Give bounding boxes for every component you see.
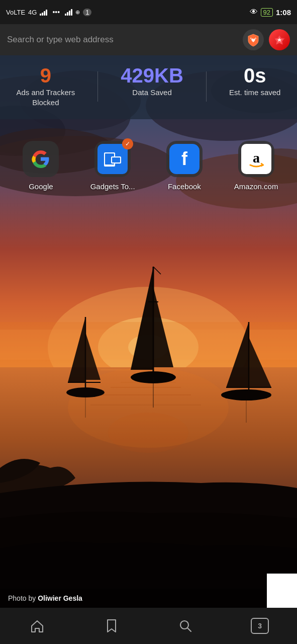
eye-icon: 👁 (250, 8, 258, 17)
search-icon (178, 619, 192, 633)
white-partial-card (267, 574, 297, 608)
search-input-wrapper[interactable]: Search or type web address (7, 35, 238, 45)
data-saved-label: Data Saved (132, 88, 171, 98)
main-content: 9 Ads and TrackersBlocked 429KB Data Sav… (0, 55, 297, 608)
stat-divider-1 (97, 71, 98, 102)
status-left: VoLTE 4G ••• ⊕ 1 (6, 8, 91, 16)
gadgets-svg-icon (100, 146, 125, 172)
ads-blocked-stat: 9 Ads and TrackersBlocked (17, 65, 75, 107)
svg-rect-44 (112, 157, 120, 163)
shortcuts-row: Google ✓ Gadgets T (0, 136, 297, 196)
photo-credit-author: Oliwier Gesla (38, 594, 82, 602)
wifi-bar-4 (71, 9, 72, 16)
badge-check-icon: ✓ (125, 140, 130, 147)
signal-bar-3 (44, 11, 45, 16)
nav-home-button[interactable] (22, 611, 52, 641)
signal-bar-1 (40, 14, 41, 16)
google-shortcut[interactable]: Google (13, 141, 68, 191)
amazon-svg-icon: a (243, 146, 269, 172)
svg-line-49 (187, 628, 191, 631)
data-saved-value: 429KB (121, 65, 183, 86)
tabs-count-badge[interactable]: 3 (251, 618, 269, 634)
stats-panel: 9 Ads and TrackersBlocked 429KB Data Sav… (0, 55, 297, 119)
stat-divider-2 (206, 71, 207, 102)
photo-credit-prefix: Photo by (8, 594, 38, 602)
nav-bookmarks-button[interactable] (96, 611, 127, 641)
amazon-icon-wrapper[interactable]: a (238, 141, 274, 177)
amazon-app-icon: a (241, 144, 271, 174)
gadgets-notification-badge: ✓ (122, 138, 133, 149)
svg-point-26 (108, 413, 188, 453)
facebook-app-icon: f (169, 144, 200, 174)
facebook-shortcut[interactable]: f Facebook (157, 141, 212, 191)
svg-text:a: a (253, 150, 260, 166)
time-saved-label: Est. time saved (229, 88, 281, 98)
amazon-label: Amazon.com (234, 182, 278, 191)
google-logo-icon (30, 148, 52, 170)
signal-bar-4 (46, 10, 47, 16)
tabs-count: 3 (258, 622, 262, 630)
gadgets-label: Gadgets To... (90, 182, 135, 191)
wifi-bars (65, 9, 72, 16)
status-right: 👁 92 1:08 (250, 8, 291, 17)
ads-blocked-value: 9 (40, 65, 51, 86)
bottom-nav: 3 (0, 608, 297, 644)
gadgets-app-icon (97, 144, 128, 174)
signal-bars (40, 9, 47, 16)
svg-rect-45 (107, 166, 110, 167)
time-display: 1:08 (276, 8, 291, 17)
search-bar[interactable]: Search or type web address (0, 24, 297, 55)
wifi-bar-3 (69, 11, 70, 16)
search-placeholder: Search or type web address (7, 35, 114, 45)
data-saved-stat: 429KB Data Saved (121, 65, 183, 98)
photo-credit: Photo by Oliwier Gesla (0, 589, 297, 608)
time-saved-stat: 0s Est. time saved (229, 65, 281, 98)
gadgets-icon-wrapper[interactable]: ✓ (94, 141, 131, 177)
photo-credit-text: Photo by Oliwier Gesla (8, 594, 82, 602)
google-label: Google (29, 182, 53, 191)
signal-bar-2 (42, 13, 43, 16)
gadgets-shortcut[interactable]: ✓ Gadgets To... (85, 141, 140, 191)
network-type: 4G (28, 9, 37, 16)
bookmarks-icon (106, 619, 118, 633)
nav-tabs-button[interactable]: 3 (245, 611, 275, 641)
amazon-shortcut[interactable]: a Amazon.com (229, 141, 284, 191)
brave-lion-icon (246, 33, 260, 47)
facebook-label: Facebook (168, 182, 201, 191)
home-icon (30, 619, 44, 633)
ads-blocked-label: Ads and TrackersBlocked (17, 88, 75, 107)
wifi-bar-1 (65, 14, 66, 16)
status-bar: VoLTE 4G ••• ⊕ 1 👁 92 1:08 (0, 0, 297, 24)
brave-rewards-button[interactable] (269, 29, 290, 50)
notification-badge: 1 (83, 9, 91, 16)
battery-level: 92 (261, 8, 273, 17)
nav-search-button[interactable] (170, 611, 201, 641)
brave-shields-button[interactable] (243, 29, 264, 50)
wifi-bar-2 (67, 12, 68, 16)
location-icon: ⊕ (75, 9, 80, 16)
signal-dots: ••• (52, 8, 60, 16)
time-saved-value: 0s (244, 65, 266, 86)
carrier-text: VoLTE (6, 9, 25, 16)
facebook-icon-wrapper[interactable]: f (166, 141, 203, 177)
google-icon-wrapper[interactable] (23, 141, 59, 177)
brave-rewards-icon (272, 33, 286, 47)
